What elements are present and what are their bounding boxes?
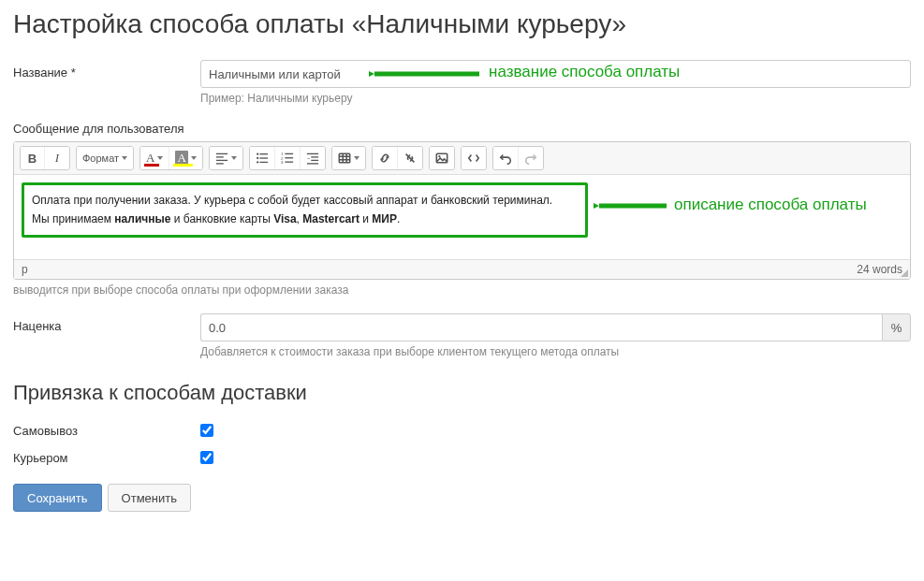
markup-hint: Добавляется к стоимости заказа при выбор… (200, 345, 911, 358)
svg-rect-18 (311, 156, 318, 157)
svg-point-7 (257, 157, 258, 159)
image-button[interactable] (430, 147, 454, 169)
source-button[interactable] (462, 147, 486, 169)
editor-content-highlight: Оплата при получении заказа. У курьера с… (22, 182, 588, 238)
cancel-button[interactable]: Отменить (108, 484, 191, 512)
delivery-option1-checkbox[interactable] (200, 424, 213, 437)
annotation-name: название способа оплаты (489, 63, 680, 81)
undo-button[interactable] (493, 147, 519, 169)
svg-rect-16 (285, 162, 293, 163)
redo-button[interactable] (519, 147, 543, 169)
editor-path: p (22, 263, 28, 276)
delivery-option1-label: Самовывоз (13, 418, 200, 438)
svg-rect-17 (307, 153, 318, 154)
name-label: Название * (13, 60, 200, 80)
svg-rect-21 (339, 153, 349, 163)
svg-rect-3 (216, 160, 227, 161)
bg-color-button[interactable]: A (169, 147, 201, 169)
svg-rect-27 (436, 153, 447, 163)
svg-text:3: 3 (281, 160, 284, 165)
outdent-button[interactable] (301, 147, 325, 169)
editor-wordcount: 24 words (857, 263, 902, 276)
message-label: Сообщение для пользователя (13, 122, 911, 136)
markup-input[interactable] (200, 313, 882, 341)
svg-rect-2 (216, 156, 224, 157)
name-hint: Пример: Наличными курьеру (200, 92, 911, 105)
svg-rect-12 (285, 153, 293, 154)
save-button[interactable]: Сохранить (13, 484, 102, 512)
resize-grip-icon[interactable] (899, 268, 908, 277)
svg-rect-14 (285, 157, 293, 158)
align-left-button[interactable] (210, 147, 242, 169)
svg-point-5 (257, 153, 258, 154)
editor-line2: Мы принимаем наличные и банковкие карты … (32, 210, 578, 228)
editor-line1: Оплата при получении заказа. У курьера с… (32, 191, 578, 210)
editor-statusbar: p 24 words (14, 259, 910, 279)
delivery-option2-label: Курьером (13, 445, 200, 465)
delivery-option2-checkbox[interactable] (200, 451, 213, 464)
number-list-button[interactable]: 123 (275, 147, 301, 169)
table-button[interactable] (332, 147, 365, 169)
editor-toolbar: B I Формат A A 123 (14, 142, 910, 175)
bullet-list-button[interactable] (250, 147, 275, 169)
svg-rect-19 (311, 160, 318, 161)
unlink-button[interactable] (398, 147, 422, 169)
markup-label: Наценка (13, 313, 200, 333)
editor-body[interactable]: Оплата при получении заказа. У курьера с… (14, 175, 910, 259)
arrow-icon (594, 197, 668, 214)
svg-rect-4 (216, 163, 224, 164)
svg-rect-10 (259, 162, 268, 163)
arrow-icon (369, 65, 481, 82)
link-button[interactable] (373, 147, 398, 169)
svg-rect-8 (259, 157, 268, 158)
delivery-heading: Привязка к способам доставки (13, 381, 911, 405)
format-dropdown[interactable]: Формат (77, 147, 133, 169)
svg-rect-1 (216, 153, 227, 154)
message-hint: выводится при выборе способа оплаты при … (13, 283, 911, 297)
svg-point-9 (257, 161, 258, 163)
annotation-desc: описание способа оплаты (674, 196, 867, 214)
page-title: Настройка способа оплаты «Наличными курь… (13, 9, 911, 39)
bold-button[interactable]: B (21, 147, 45, 169)
percent-addon: % (882, 313, 911, 341)
svg-rect-20 (307, 163, 318, 164)
italic-button[interactable]: I (45, 147, 69, 169)
text-color-button[interactable]: A (140, 147, 169, 169)
svg-rect-6 (259, 153, 268, 154)
